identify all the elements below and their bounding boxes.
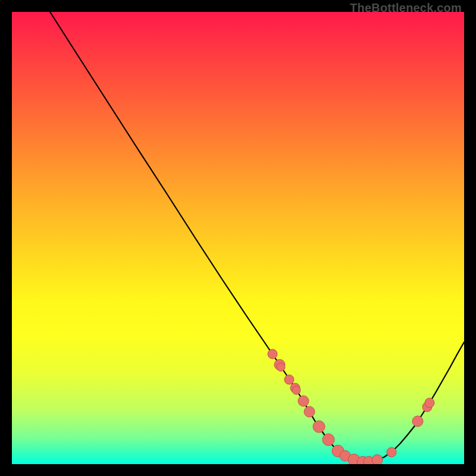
data-marker (268, 349, 277, 359)
data-marker (412, 416, 423, 427)
data-marker (425, 398, 434, 408)
data-marker (292, 386, 300, 394)
bottleneck-curve-layer (12, 12, 464, 464)
data-marker (387, 447, 396, 457)
plot-area (12, 12, 464, 464)
data-marker (372, 455, 383, 464)
data-marker (298, 396, 309, 406)
watermark-text: TheBottleneck.com (350, 1, 462, 15)
data-marker (284, 375, 294, 384)
bottleneck-curve (50, 12, 464, 462)
marker-group (268, 349, 434, 464)
data-marker (304, 406, 315, 417)
data-marker (277, 363, 285, 371)
data-marker (313, 421, 325, 433)
data-marker (322, 434, 334, 446)
